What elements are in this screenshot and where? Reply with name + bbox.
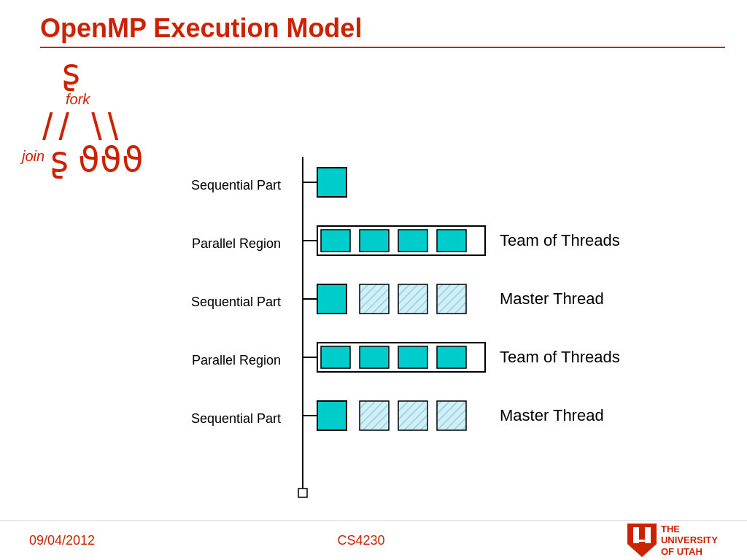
page-title: OpenMP Execution Model <box>40 13 725 44</box>
execution-diagram: Sequential Part Parallel Region Team of … <box>157 157 740 524</box>
svg-rect-18 <box>437 284 466 314</box>
svg-text:Sequential Part: Sequential Part <box>191 411 281 426</box>
footer: 09/04/2012 CS4230 THE UNIVERSITY OF UTAH <box>0 520 747 560</box>
svg-rect-15 <box>317 284 347 314</box>
svg-rect-33 <box>437 401 466 430</box>
university-logo: THE UNIVERSITY OF UTAH <box>627 524 718 558</box>
svg-rect-31 <box>360 401 389 430</box>
svg-rect-8 <box>321 230 350 252</box>
svg-rect-1 <box>298 489 307 497</box>
title-area: OpenMP Execution Model <box>40 13 725 48</box>
svg-rect-9 <box>360 230 389 252</box>
svg-rect-32 <box>398 401 427 430</box>
footer-course: CS4230 <box>338 533 385 548</box>
svg-text:Sequential Part: Sequential Part <box>191 178 281 192</box>
svg-rect-40 <box>633 540 651 542</box>
svg-rect-11 <box>437 230 466 252</box>
svg-rect-23 <box>321 346 350 368</box>
footer-date: 09/04/2012 <box>29 533 95 548</box>
svg-text:Sequential Part: Sequential Part <box>191 295 281 309</box>
svg-rect-30 <box>317 401 347 430</box>
u-logo-icon <box>627 524 657 557</box>
svg-rect-4 <box>317 168 347 197</box>
fork-join-area: ʂ fork // \\ join ʂ ϑϑϑ <box>22 55 175 179</box>
svg-rect-25 <box>398 346 427 368</box>
svg-rect-26 <box>437 346 466 368</box>
svg-text:Team of Threads: Team of Threads <box>500 231 620 249</box>
svg-text:Parallel Region: Parallel Region <box>192 236 281 251</box>
svg-text:Parallel Region: Parallel Region <box>192 353 281 368</box>
join-label: join <box>22 148 44 165</box>
svg-rect-10 <box>398 230 427 252</box>
svg-text:Master Thread: Master Thread <box>500 406 604 424</box>
title-underline <box>40 47 725 48</box>
svg-text:Master Thread: Master Thread <box>500 289 604 308</box>
parallel-symbols: ʂ ϑϑϑ <box>50 139 144 179</box>
svg-rect-24 <box>360 346 389 368</box>
svg-rect-16 <box>360 284 389 314</box>
initial-symbol: ʂ <box>62 55 175 90</box>
svg-text:Team of Threads: Team of Threads <box>500 348 620 366</box>
svg-rect-17 <box>398 284 427 314</box>
university-name: THE UNIVERSITY OF UTAH <box>661 524 718 558</box>
